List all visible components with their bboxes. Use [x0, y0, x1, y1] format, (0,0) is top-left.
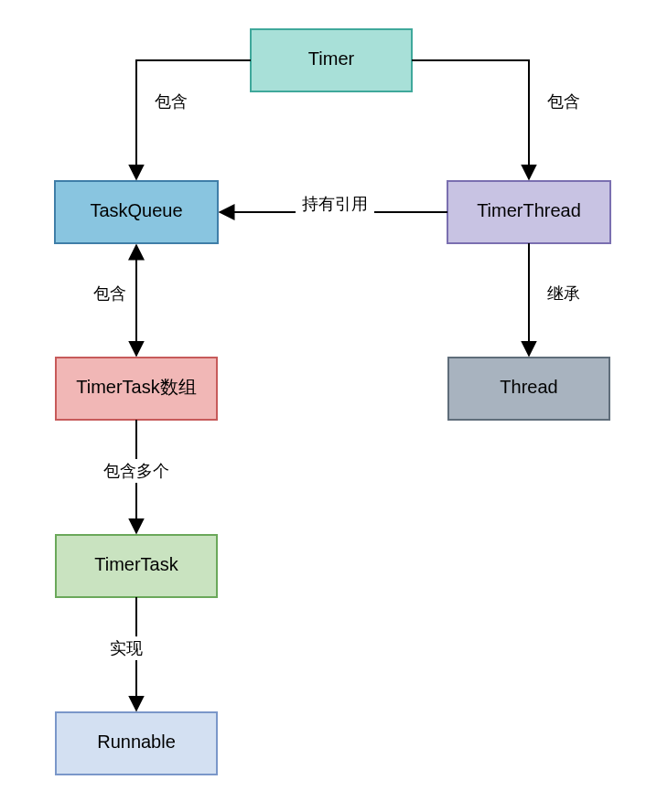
node-timer-label: Timer — [308, 48, 355, 69]
edge-taskqueue-array-label: 包含 — [93, 284, 126, 303]
node-timer: Timer — [251, 29, 412, 91]
node-timerthread-label: TimerThread — [477, 200, 581, 220]
node-timerthread: TimerThread — [447, 181, 610, 243]
edge-timer-taskqueue: 包含 — [136, 60, 251, 179]
edge-timer-timerthread-label: 包含 — [547, 92, 580, 111]
node-runnable: Runnable — [56, 712, 217, 775]
edge-timertask-runnable: 实现 — [103, 597, 149, 710]
edge-timerthread-thread-label: 继承 — [547, 284, 580, 303]
node-timertask: TimerTask — [56, 535, 217, 597]
node-thread: Thread — [448, 358, 609, 420]
edge-timerthread-taskqueue: 持有引用 — [220, 192, 447, 216]
diagram-canvas: Timer TaskQueue TimerThread TimerTask数组 … — [0, 0, 657, 812]
node-timertask-array: TimerTask数组 — [56, 358, 217, 420]
edge-taskqueue-array: 包含 — [87, 245, 136, 356]
edge-array-timertask: 包含多个 — [94, 420, 178, 533]
node-thread-label: Thread — [500, 377, 557, 397]
edge-timer-taskqueue-label: 包含 — [155, 92, 188, 111]
edge-timer-timerthread: 包含 — [412, 60, 587, 179]
edge-timer-taskqueue-line — [136, 60, 251, 179]
node-timertask-label: TimerTask — [94, 554, 178, 574]
edge-timerthread-taskqueue-label: 持有引用 — [302, 195, 368, 213]
edge-timertask-runnable-label: 实现 — [110, 639, 143, 657]
edge-timerthread-thread: 继承 — [529, 243, 587, 356]
edge-array-timertask-label: 包含多个 — [103, 462, 169, 480]
node-taskqueue-label: TaskQueue — [90, 200, 182, 220]
node-timertask-array-label: TimerTask数组 — [76, 377, 196, 397]
edge-timer-timerthread-line — [412, 60, 529, 179]
node-runnable-label: Runnable — [97, 732, 176, 752]
node-taskqueue: TaskQueue — [55, 181, 218, 243]
